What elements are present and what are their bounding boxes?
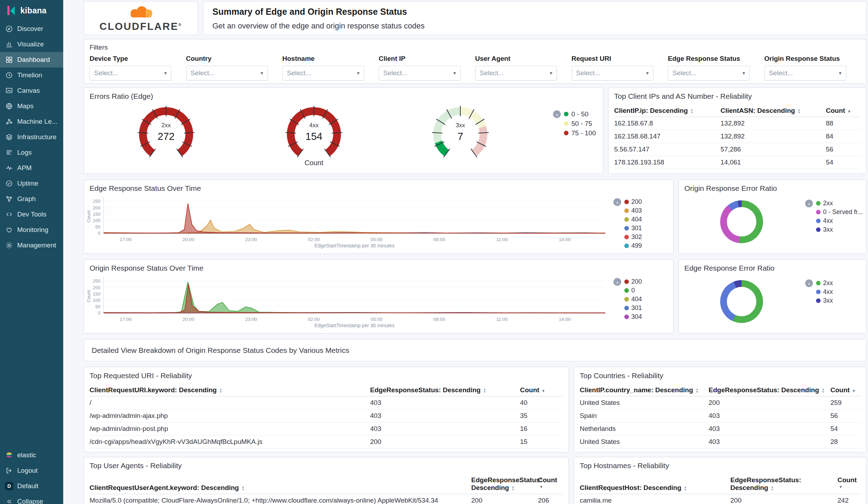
legend-toggle-icon[interactable]: › <box>805 279 813 287</box>
panel-edge-error-ratio: Edge Response Error Ratio › 2xx 4xx 3xx <box>678 259 867 334</box>
sidebar-item-label: Machine Le... <box>17 118 57 125</box>
filter-hostname: Hostname Select...▾ <box>282 55 379 80</box>
sidebar-item-maps[interactable]: Maps <box>0 98 63 114</box>
legend-item[interactable]: 404 <box>624 296 642 303</box>
legend-item[interactable]: 403 <box>624 207 642 214</box>
column-header[interactable]: ClientRequestHost: Descending▲▼ <box>580 474 730 494</box>
column-header[interactable]: Count▼ <box>837 474 861 494</box>
sidebar-item-monitoring[interactable]: Monitoring <box>0 222 63 238</box>
svg-text:2xx: 2xx <box>162 122 171 129</box>
column-header[interactable]: ClientIP.country_name: Descending▲▼ <box>580 384 709 396</box>
top-hostnames-table: ClientRequestHost: Descending▲▼ EdgeResp… <box>580 474 861 504</box>
client-ip-select[interactable]: Select...▾ <box>379 66 461 80</box>
legend-item[interactable]: 200 <box>624 198 642 205</box>
legend-item[interactable]: 200 <box>624 278 642 285</box>
column-header[interactable]: ClientRequestURI.keyword: Descending▲▼ <box>90 384 370 396</box>
chevron-down-icon: ▾ <box>550 70 552 76</box>
legend-item[interactable]: 4xx <box>816 217 863 224</box>
visualize-icon <box>5 40 13 49</box>
svg-text:100: 100 <box>93 298 100 303</box>
sidebar-item-infrastructure[interactable]: Infrastructure <box>0 129 63 145</box>
kibana-brand[interactable]: kibana <box>0 0 63 21</box>
hostname-select[interactable]: Select...▾ <box>282 66 364 80</box>
sidebar-item-space-default[interactable]: D Default <box>0 478 63 494</box>
sidebar-item-label: Monitoring <box>17 226 48 234</box>
legend-toggle-icon[interactable]: › <box>805 200 813 207</box>
sidebar-item-elastic[interactable]: elastic <box>0 447 63 463</box>
legend-item[interactable]: 75 - 100 <box>564 129 596 137</box>
svg-text:17:00: 17:00 <box>120 237 132 242</box>
graph-icon <box>5 195 13 203</box>
country-select[interactable]: Select...▾ <box>186 66 268 80</box>
column-header[interactable]: ClientIP.ip: Descending▲▼ <box>614 105 721 117</box>
request-uri-select[interactable]: Select...▾ <box>572 66 653 80</box>
sidebar-item-visualize[interactable]: Visualize <box>0 37 63 52</box>
column-header[interactable]: ClientRequestUserAgent.keyword: Descendi… <box>90 474 471 494</box>
column-header[interactable]: EdgeResponseStatus: Descending▲▼ <box>730 474 837 494</box>
svg-text:08:00: 08:00 <box>433 237 445 242</box>
sidebar-item-dashboard[interactable]: Dashboard <box>0 52 63 67</box>
legend-item[interactable]: 2xx <box>816 200 863 207</box>
legend-toggle-icon[interactable]: › <box>553 110 561 118</box>
column-header[interactable]: EdgeResponseStatus: Descending▲▼ <box>370 384 520 396</box>
sidebar-item-apm[interactable]: APM <box>0 160 63 176</box>
legend-item[interactable]: 0 - Served fr... <box>816 208 863 215</box>
management-icon <box>5 241 13 250</box>
dashboard-icon <box>5 56 13 64</box>
user-agent-select[interactable]: Select...▾ <box>475 66 557 80</box>
sidebar-item-discover[interactable]: Discover <box>0 21 63 37</box>
column-header[interactable]: Count▼ <box>826 105 861 117</box>
column-header[interactable]: ClientASN: Descending▲▼ <box>721 105 826 117</box>
sidebar-item-management[interactable]: Management <box>0 238 63 253</box>
sidebar-item-machine-learning[interactable]: Machine Le... <box>0 114 63 129</box>
sort-desc-icon: ▼ <box>847 109 851 114</box>
sidebar-item-label: Timelion <box>17 71 42 79</box>
column-header[interactable]: Count▼ <box>538 474 563 494</box>
legend-item[interactable]: 3xx <box>816 226 863 233</box>
sidebar-item-logout[interactable]: Logout <box>0 463 63 478</box>
sort-desc-icon: ▼ <box>541 389 545 393</box>
origin-response-status-select[interactable]: Select...▾ <box>764 66 846 80</box>
sidebar-item-graph[interactable]: Graph <box>0 191 63 207</box>
sort-icon: ▲▼ <box>690 108 693 114</box>
svg-text:0: 0 <box>98 310 100 316</box>
filter-label: Client IP <box>379 55 475 63</box>
legend-item[interactable]: 304 <box>624 313 642 320</box>
legend-item[interactable]: 0 <box>624 287 642 294</box>
device-type-select[interactable]: Select...▾ <box>90 66 171 80</box>
panel-title: Top Countries - Reliability <box>580 371 861 380</box>
edge-response-status-select[interactable]: Select...▾ <box>668 66 750 80</box>
legend-toggle-icon[interactable]: › <box>613 278 621 286</box>
sidebar-item-label: Uptime <box>17 180 38 187</box>
legend-item[interactable]: 3xx <box>816 297 833 304</box>
svg-text:23:00: 23:00 <box>245 237 257 242</box>
edge-time-chart: 05010015020025017:0020:0023:0002:0005:00… <box>84 180 673 253</box>
panel-origin-error-ratio: Origin Response Error Ratio › 2xx 0 - Se… <box>678 180 867 254</box>
svg-text:3xx: 3xx <box>456 122 465 129</box>
panel-title: Origin Response Error Ratio <box>684 184 861 193</box>
legend-toggle-icon[interactable]: › <box>613 198 621 206</box>
legend-item[interactable]: 499 <box>624 242 642 249</box>
sidebar-item-canvas[interactable]: Canvas <box>0 83 63 98</box>
legend-item[interactable]: 4xx <box>816 288 833 295</box>
sidebar-item-collapse[interactable]: Collapse <box>0 494 63 504</box>
legend-item[interactable]: 302 <box>624 233 642 240</box>
legend-item[interactable]: 301 <box>624 304 642 311</box>
sidebar-item-logs[interactable]: Logs <box>0 145 63 160</box>
column-header[interactable]: EdgeResponseStatus: Descending▲▼ <box>471 474 538 494</box>
sidebar-item-dev-tools[interactable]: Dev Tools <box>0 207 63 222</box>
svg-text:250: 250 <box>93 278 100 284</box>
column-header[interactable]: Count▼ <box>520 384 563 396</box>
filter-label: Edge Response Status <box>668 55 764 63</box>
legend-item[interactable]: 0 - 50 <box>564 110 596 118</box>
column-header[interactable]: EdgeResponseStatus: Descending▲▼ <box>709 384 830 396</box>
column-header[interactable]: Count▼ <box>830 384 861 396</box>
gauge-legend: › 0 - 50 50 - 75 75 - 100 <box>553 110 596 137</box>
legend-item[interactable]: 404 <box>624 216 642 223</box>
svg-text:0: 0 <box>98 231 100 236</box>
legend-item[interactable]: 301 <box>624 225 642 232</box>
legend-item[interactable]: 2xx <box>816 279 833 286</box>
legend-item[interactable]: 50 - 75 <box>564 120 596 127</box>
sidebar-item-timelion[interactable]: Timelion <box>0 67 63 83</box>
sidebar-item-uptime[interactable]: Uptime <box>0 176 63 191</box>
